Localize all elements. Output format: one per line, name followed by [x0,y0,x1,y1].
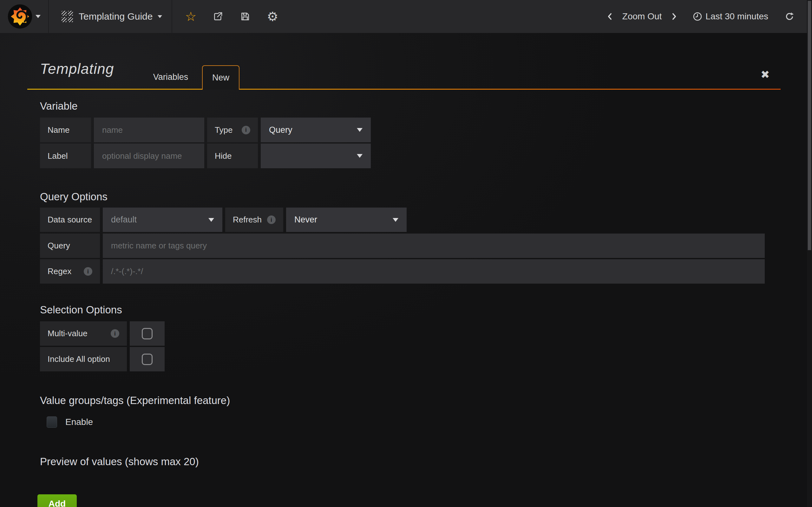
chevron-down-icon [357,154,362,158]
chevron-down-icon [357,128,362,132]
include-all-checkbox[interactable] [142,354,153,365]
share-button[interactable] [212,11,223,22]
query-input[interactable] [103,233,765,258]
type-label: Type i [207,118,258,142]
label-label: Label [40,144,91,168]
preview-heading: Preview of values (shows max 20) [40,456,199,468]
name-input[interactable] [94,118,204,142]
time-range-picker[interactable]: Last 30 minutes [693,11,768,21]
multi-value-checkbox-cell [130,321,165,346]
enable-row: Enable [47,416,93,428]
variable-heading: Variable [40,100,78,112]
templating-editor: Templating Variables New ✖ Variable Name… [0,33,807,507]
settings-button[interactable]: ⚙ [267,11,278,22]
refresh-select[interactable]: Never [286,208,407,232]
hide-label: Hide [207,144,258,168]
datasource-label: Data source [40,208,100,232]
chevron-down-icon [208,218,214,222]
multi-value-row: Multi-value i [40,321,165,346]
tab-variables[interactable]: Variables [139,65,202,90]
datasource-row: Data source default Refresh i Never [40,208,407,232]
refresh-label: Refresh i [225,208,283,232]
query-label: Query [40,233,100,258]
label-input[interactable] [94,144,204,168]
multi-value-label: Multi-value i [40,321,127,346]
chevron-down-icon [158,15,162,18]
time-shift-forward-button[interactable] [670,12,678,20]
share-icon [213,11,223,21]
query-options-heading: Query Options [40,191,107,203]
time-range-label: Last 30 minutes [705,11,768,21]
regex-input[interactable] [103,259,765,284]
dashboard-title: Templating Guide [79,11,153,22]
include-all-row: Include All option [40,347,165,372]
variable-label-row: Label Hide [40,144,371,168]
top-navbar: Templating Guide ☆ ⚙ Z [0,0,812,33]
clock-icon [693,12,702,21]
star-icon: ☆ [185,11,197,22]
info-icon: i [84,267,92,276]
add-button[interactable]: Add [38,494,77,507]
tabbar: Variables New [27,65,780,90]
datasource-select-value: default [111,215,137,225]
chevron-down-icon [36,15,41,18]
type-select[interactable]: Query [261,118,371,142]
dashboard-actions: ☆ ⚙ [172,0,278,33]
scrollbar [807,0,812,507]
dashboard-grid-icon [61,11,73,22]
tab-new[interactable]: New [202,65,240,90]
type-select-value: Query [269,125,293,135]
gear-icon: ⚙ [267,11,278,22]
enable-label: Enable [65,417,93,427]
dashboard-picker[interactable]: Templating Guide [49,0,172,33]
star-button[interactable]: ☆ [185,11,196,22]
name-label: Name [40,118,91,142]
include-all-label: Include All option [40,347,127,372]
regex-row: Regex i [40,259,765,284]
save-icon [240,11,250,21]
variable-name-row: Name Type i Query [40,118,371,142]
refresh-button[interactable] [785,12,794,21]
zoom-out-button[interactable]: Zoom Out [622,11,662,21]
grafana-logo-icon [8,4,32,29]
selection-options-heading: Selection Options [40,304,122,316]
scrollbar-thumb[interactable] [808,1,811,250]
query-row: Query [40,233,765,258]
close-icon[interactable]: ✖ [761,69,770,80]
navbar-spacer [278,0,606,33]
value-groups-heading: Value groups/tags (Experimental feature) [40,395,230,406]
info-icon: i [111,329,119,338]
enable-checkbox[interactable] [47,416,57,428]
chevron-down-icon [393,218,398,222]
grafana-menu[interactable] [0,0,49,33]
regex-label: Regex i [40,259,100,284]
save-button[interactable] [240,11,251,22]
datasource-select[interactable]: default [103,208,222,232]
time-controls: Zoom Out Last 30 minutes [606,0,812,33]
multi-value-checkbox[interactable] [142,328,153,339]
hide-select[interactable] [261,144,371,168]
info-icon: i [242,126,250,134]
include-all-checkbox-cell [130,347,165,372]
refresh-select-value: Never [294,215,317,225]
time-shift-back-button[interactable] [606,12,614,20]
info-icon: i [267,216,275,224]
